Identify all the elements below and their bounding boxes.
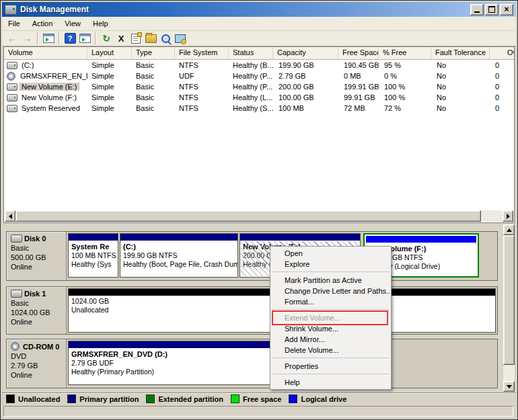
app-icon (5, 5, 17, 15)
column-header-capacity[interactable]: Capacity (273, 47, 338, 59)
partition-status: Healthy (Boot, Page File, Crash Dump, (123, 260, 235, 269)
back-button[interactable]: ← (5, 32, 19, 44)
column-header--free[interactable]: % Free (379, 47, 431, 59)
fs-cell: NTFS (175, 93, 229, 101)
column-header-overhead[interactable]: Overhead (490, 47, 515, 59)
context-menu-item-explore[interactable]: Explore (270, 259, 391, 269)
scroll-down-button[interactable] (503, 381, 515, 392)
menu-item-file[interactable]: File (2, 18, 26, 29)
context-menu-item-help[interactable]: Help (270, 377, 391, 388)
context-menu: OpenExploreMark Partition as ActiveChang… (270, 246, 392, 390)
close-icon: × (504, 6, 509, 13)
horizontal-scroll-track[interactable] (481, 210, 503, 222)
volume-name: GRMSXFRER_EN_D... (19, 72, 87, 80)
vertical-scrollbar[interactable] (503, 224, 515, 392)
show-action-pane-button[interactable] (78, 32, 91, 44)
volume-cell: System Reserved (4, 104, 87, 112)
horizontal-scrollbar[interactable] (5, 210, 513, 222)
minimize-icon (474, 11, 480, 13)
table-row[interactable]: GRMSXFRER_EN_D...SimpleBasicUDFHealthy (… (4, 71, 514, 81)
vertical-scroll-track[interactable] (503, 365, 515, 381)
legend-color-swatch (289, 394, 297, 403)
toolbar-separator (59, 32, 60, 44)
context-menu-item-add-mirror-[interactable]: Add Mirror... (270, 334, 391, 345)
disk-header[interactable]: Disk 0Basic500.00 GBOnline (7, 232, 67, 280)
volume-name: (C:) (20, 61, 35, 69)
column-header-layout[interactable]: Layout (87, 47, 132, 59)
legend-label: Free space (243, 395, 281, 403)
context-menu-item-properties[interactable]: Properties (270, 361, 391, 372)
show-console-tree-button[interactable] (42, 32, 55, 44)
fs-cell: NTFS (175, 83, 229, 91)
disk-icon (11, 290, 22, 298)
disk-row-disk-1: Disk 1Basic1024.00 GBOnline1024.00 GBUna… (6, 286, 498, 335)
table-row[interactable]: New Volume (F:)SimpleBasicNTFSHealthy (L… (4, 92, 514, 103)
disk-header[interactable]: Disk 1Basic1024.00 GBOnline (7, 287, 67, 334)
context-menu-item-delete-volume-[interactable]: Delete Volume... (270, 345, 391, 355)
context-menu-item-shrink-volume-[interactable]: Shrink Volume... (270, 323, 391, 334)
close-button[interactable]: × (500, 4, 513, 15)
disk-management-window: Disk Management × FileActionViewHelp ←→?… (0, 0, 518, 420)
type-cell: Basic (132, 61, 175, 69)
partition-box[interactable]: (C:)199.90 GB NTFSHealthy (Boot, Page Fi… (120, 233, 238, 278)
menu-item-view[interactable]: View (59, 18, 87, 29)
pct-free-cell: 100 % (379, 93, 431, 101)
capacity-cell: 2.79 GB (273, 72, 338, 80)
menu-item-help[interactable]: Help (87, 18, 114, 29)
context-menu-item-extend-volume-[interactable]: Extend Volume... (270, 312, 391, 323)
toolbar-separator (37, 32, 38, 44)
context-menu-separator (272, 271, 390, 272)
table-row[interactable]: System ReservedSimpleBasicNTFSHealthy (S… (4, 103, 514, 114)
disk-kind: Basic (11, 299, 66, 307)
refresh-button[interactable]: ↻ (100, 32, 113, 44)
partition-color-strip (366, 236, 476, 243)
volume-cell: (C:) (4, 61, 87, 69)
overhead-cell: 0 (490, 72, 515, 80)
help-button[interactable]: ? (63, 32, 77, 44)
volume-name: New Volume (F:) (20, 93, 78, 101)
disk-state: Online (11, 318, 66, 326)
pct-free-cell: 100 % (379, 83, 431, 91)
disk-state: Online (11, 263, 66, 271)
forward-button[interactable]: → (20, 32, 34, 44)
column-header-type[interactable]: Type (132, 47, 175, 59)
legend-color-swatch (67, 394, 76, 403)
fs-cell: NTFS (175, 104, 229, 112)
layout-cell: Simple (87, 61, 132, 69)
column-header-fault-tolerance[interactable]: Fault Tolerance (431, 47, 490, 59)
fs-cell: NTFS (175, 61, 229, 69)
disk-kind: DVD (11, 352, 66, 360)
disk-header[interactable]: CD-ROM 0DVD2.79 GBOnline (7, 339, 67, 388)
vertical-scroll-thumb[interactable] (503, 235, 515, 365)
scroll-up-button[interactable] (503, 224, 515, 235)
volume-name: System Reserved (20, 104, 81, 112)
disk-name-label: Disk 1 (24, 290, 46, 298)
partition-box[interactable]: System Re100 MB NTFSHealthy (Sys (68, 233, 118, 278)
menu-item-action[interactable]: Action (26, 18, 59, 29)
volume-cell: New Volume (F:) (4, 93, 87, 101)
context-menu-item-change-drive-letter-and-paths-[interactable]: Change Drive Letter and Paths... (270, 286, 391, 296)
open-folder-button[interactable] (144, 32, 157, 44)
disk-name-label: CD-ROM 0 (23, 343, 59, 351)
horizontal-scroll-thumb[interactable] (15, 210, 481, 222)
context-menu-item-format-[interactable]: Format... (270, 296, 391, 307)
column-header-status[interactable]: Status (229, 47, 273, 59)
context-menu-item-open[interactable]: Open (270, 248, 391, 259)
scroll-left-button[interactable] (5, 210, 15, 222)
maximize-button[interactable] (485, 4, 498, 15)
column-header-free-space[interactable]: Free Space (338, 47, 379, 59)
minimize-button[interactable] (470, 4, 484, 15)
delete-button[interactable]: X (114, 32, 128, 44)
overhead-cell: 0 (490, 61, 515, 69)
context-menu-separator (272, 358, 390, 358)
column-header-volume[interactable]: Volume (4, 47, 87, 59)
column-header-file-system[interactable]: File System (175, 47, 229, 59)
table-row[interactable]: (C:)SimpleBasicNTFSHealthy (B...199.90 G… (4, 60, 514, 71)
properties-button[interactable] (129, 32, 143, 44)
disk-icon (11, 235, 22, 243)
scroll-right-button[interactable] (503, 210, 513, 222)
add-snapin-button[interactable] (174, 32, 187, 44)
table-row[interactable]: New Volume (E:)SimpleBasicNTFSHealthy (P… (4, 81, 514, 92)
context-menu-item-mark-partition-as-active[interactable]: Mark Partition as Active (270, 275, 391, 286)
find-button[interactable] (159, 32, 172, 44)
